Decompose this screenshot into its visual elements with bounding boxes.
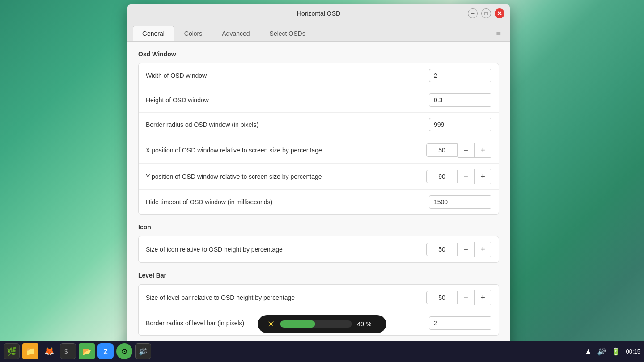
icon-size-stepper: − + [426, 242, 491, 257]
close-button[interactable]: ✕ [495, 8, 504, 18]
titlebar: Horizontal OSD – □ ✕ [127, 4, 510, 22]
taskbar-system-tray: ▲ 🔊 🔋 00:15 [585, 347, 640, 356]
horizontal-osd-window: Horizontal OSD – □ ✕ General Colors Adva… [127, 4, 510, 354]
x-increase-button[interactable]: + [475, 143, 491, 158]
volume-icon: 🔊 [597, 347, 606, 356]
height-label: Height of OSD window [146, 97, 429, 104]
osd-percent-label: 49 % [357, 320, 377, 328]
border-radius-input[interactable] [429, 118, 491, 131]
tab-select-osds[interactable]: Select OSDs [260, 26, 315, 41]
taskbar-icon-settings-green[interactable]: ⚙ [116, 343, 132, 359]
height-input[interactable] [429, 93, 491, 107]
taskbar: 🌿 📁 🦊 $_ 📂 Z ⚙ 🔊 ▲ 🔊 🔋 00:15 [0, 341, 644, 362]
y-position-stepper: − + [426, 169, 491, 184]
width-input[interactable] [429, 69, 491, 82]
table-row: Y position of OSD window relative to scr… [139, 164, 499, 190]
tab-colors[interactable]: Colors [175, 26, 212, 41]
level-bar-size-input[interactable] [426, 291, 458, 304]
level-bar-size-stepper: − + [426, 290, 491, 305]
table-row: Width of OSD window [139, 63, 499, 88]
menu-button[interactable]: ≡ [492, 27, 504, 40]
battery-icon: 🔋 [611, 347, 620, 356]
osd-progress-fill [280, 320, 315, 328]
border-radius-label: Border radius od OSD window (in pixels) [146, 121, 429, 128]
taskbar-icon-mint[interactable]: 🌿 [4, 343, 20, 359]
icon-size-label: Size of icon relative to OSD height by p… [146, 246, 426, 253]
table-row: Height of OSD window [139, 88, 499, 113]
taskbar-apps: 🌿 📁 🦊 $_ 📂 Z ⚙ 🔊 [4, 343, 151, 359]
taskbar-icon-firefox[interactable]: 🦊 [41, 343, 57, 359]
table-row: Size of icon relative to OSD height by p… [139, 236, 499, 262]
minimize-button[interactable]: – [468, 8, 478, 18]
x-decrease-button[interactable]: − [458, 143, 475, 158]
sun-icon: ☀ [267, 319, 275, 329]
icon-section-title: Icon [138, 223, 499, 231]
level-bar-decrease-button[interactable]: − [458, 290, 475, 305]
x-position-input[interactable] [426, 143, 458, 157]
tab-advanced[interactable]: Advanced [212, 26, 259, 41]
window-content: Osd Window Width of OSD window Height of… [127, 42, 510, 354]
taskbar-icon-files[interactable]: 📁 [22, 343, 38, 359]
y-decrease-button[interactable]: − [458, 169, 475, 184]
level-bar-size-label: Size of level bar relative to OSD height… [146, 294, 426, 301]
window-title: Horizontal OSD [297, 10, 340, 17]
table-row: X position of OSD window relative to scr… [139, 137, 499, 164]
level-bar-radius-input[interactable] [429, 316, 491, 330]
x-position-label: X position of OSD window relative to scr… [146, 147, 426, 154]
tab-general[interactable]: General [133, 26, 174, 41]
maximize-button[interactable]: □ [481, 8, 491, 18]
table-row: Size of level bar relative to OSD height… [139, 285, 499, 311]
hide-timeout-label: Hide timeout of OSD window (in milliseco… [146, 198, 429, 206]
osd-progress-bar [280, 320, 352, 328]
taskbar-icon-zoom[interactable]: Z [97, 343, 114, 359]
osd-window-card: Width of OSD window Height of OSD window… [138, 63, 499, 215]
table-row: Border radius od OSD window (in pixels) [139, 113, 499, 137]
desktop: Horizontal OSD – □ ✕ General Colors Adva… [0, 0, 644, 362]
taskbar-icon-file-manager[interactable]: 📂 [79, 343, 95, 359]
level-bar-section-title: Level Bar [138, 272, 499, 279]
y-position-input[interactable] [426, 170, 458, 183]
y-position-label: Y position of OSD window relative to scr… [146, 173, 426, 180]
y-increase-button[interactable]: + [475, 169, 491, 184]
hide-timeout-input[interactable] [429, 195, 491, 209]
icon-card: Size of icon relative to OSD height by p… [138, 236, 499, 263]
level-bar-increase-button[interactable]: + [475, 290, 491, 305]
table-row: Hide timeout of OSD window (in milliseco… [139, 190, 499, 214]
icon-size-increase-button[interactable]: + [475, 242, 491, 257]
icon-size-input[interactable] [426, 243, 458, 256]
width-label: Width of OSD window [146, 72, 429, 79]
x-position-stepper: − + [426, 143, 491, 158]
icon-size-decrease-button[interactable]: − [458, 242, 475, 257]
window-controls: – □ ✕ [468, 8, 504, 18]
osd-overlay-bar: ☀ 49 % [258, 315, 386, 333]
taskbar-icon-terminal[interactable]: $_ [60, 343, 76, 359]
osd-window-section-title: Osd Window [138, 51, 499, 58]
clock: 00:15 [626, 348, 640, 355]
taskbar-icon-speaker[interactable]: 🔊 [135, 343, 151, 359]
wifi-icon: ▲ [585, 347, 592, 355]
tab-bar: General Colors Advanced Select OSDs ≡ [127, 22, 510, 42]
